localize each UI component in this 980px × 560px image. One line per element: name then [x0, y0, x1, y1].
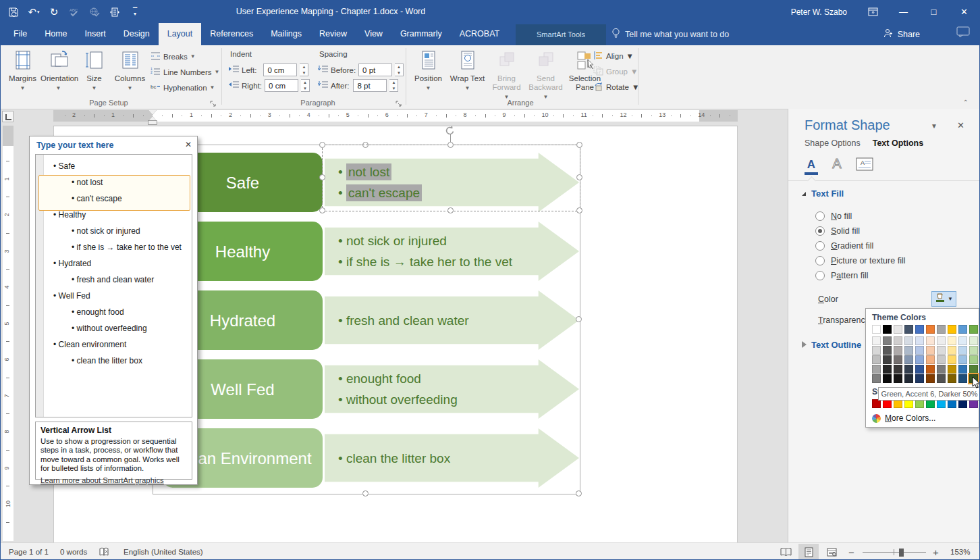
language-indicator[interactable]: English (United States)	[124, 543, 203, 560]
selection-handle[interactable]	[319, 207, 325, 213]
theme-color-variant-swatch[interactable]	[883, 374, 892, 383]
theme-color-variant-swatch[interactable]	[948, 355, 956, 364]
indent-right-input[interactable]: 0 cm	[265, 79, 298, 92]
theme-color-variant-swatch[interactable]	[915, 355, 924, 364]
radio-picture-or-texture-fill[interactable]: Picture or texture fill	[815, 256, 905, 265]
rotate-button[interactable]: Rotate▼	[593, 82, 639, 93]
radio-no-fill[interactable]: No fill	[815, 211, 852, 221]
selection-handle[interactable]	[319, 174, 325, 180]
theme-color-variant-swatch[interactable]	[883, 346, 892, 355]
tab-layout[interactable]: Layout	[159, 23, 202, 45]
text-pane-item[interactable]: • Safe	[53, 161, 75, 171]
zoom-level[interactable]: 153%	[950, 543, 970, 560]
columns-button[interactable]: Columns▼	[112, 47, 148, 107]
text-pane-item[interactable]: • not sick or injured	[72, 226, 140, 236]
v-ruler[interactable]: 12345678910	[3, 126, 13, 541]
tab-acrobat[interactable]: ACROBAT	[451, 23, 509, 45]
radio-pattern-fill[interactable]: Pattern fill	[815, 271, 869, 280]
theme-color-variant-swatch[interactable]	[872, 374, 881, 383]
selection-handle[interactable]	[576, 490, 582, 497]
word-count[interactable]: 0 words	[60, 543, 87, 560]
tab-review[interactable]: Review	[310, 23, 356, 45]
wrap-text-button[interactable]: Wrap Text▼	[448, 47, 487, 107]
theme-color-variant-swatch[interactable]	[894, 336, 902, 345]
collapse-ribbon-icon[interactable]: ⌃	[963, 99, 969, 106]
text-pane-item[interactable]: • can't escape	[72, 194, 122, 203]
theme-color-variant-swatch[interactable]	[883, 355, 892, 364]
more-colors-button[interactable]: More Colors...	[872, 413, 935, 423]
left-indent-marker[interactable]	[148, 121, 157, 124]
hanging-indent-marker[interactable]	[148, 116, 157, 121]
share-button[interactable]: Share	[883, 23, 920, 45]
theme-color-variant-swatch[interactable]	[894, 374, 902, 383]
theme-color-variant-swatch[interactable]	[904, 355, 913, 364]
theme-color-variant-swatch[interactable]	[915, 336, 924, 345]
theme-color-swatch[interactable]	[926, 325, 935, 334]
theme-color-variant-swatch[interactable]	[937, 336, 946, 345]
selection-handle[interactable]	[576, 142, 582, 148]
theme-color-variant-swatch[interactable]	[904, 346, 913, 355]
theme-color-variant-swatch[interactable]	[926, 346, 935, 355]
rotation-handle-icon[interactable]	[445, 125, 456, 138]
layout-properties-icon[interactable]: A	[856, 156, 873, 175]
theme-color-variant-swatch[interactable]	[948, 346, 956, 355]
learn-more-link[interactable]: Learn more about SmartArt graphics	[40, 476, 164, 484]
text-pane-item[interactable]: • clean the litter box	[72, 356, 142, 365]
theme-color-variant-swatch[interactable]	[958, 365, 967, 374]
spacing-before-spinner[interactable]: ▲▼	[395, 63, 404, 76]
text-pane-item[interactable]: • not lost	[72, 178, 103, 187]
selection-handle[interactable]	[576, 174, 582, 180]
size-button[interactable]: Size▼	[76, 47, 112, 107]
radio-gradient-fill[interactable]: Gradient fill	[815, 241, 873, 251]
indent-left-input[interactable]: 0 cm	[263, 63, 297, 76]
tab-insert[interactable]: Insert	[76, 23, 115, 45]
theme-color-variant-swatch[interactable]	[915, 374, 924, 383]
theme-color-swatch[interactable]	[915, 325, 924, 334]
tab-design[interactable]: Design	[115, 23, 159, 45]
theme-color-variant-swatch[interactable]	[926, 355, 935, 364]
pane-tab-shape-options[interactable]: Shape Options	[805, 138, 861, 148]
maximize-button[interactable]: □	[919, 1, 949, 23]
theme-color-variant-swatch[interactable]	[969, 346, 978, 355]
theme-color-variant-swatch[interactable]	[872, 365, 881, 374]
text-pane-item[interactable]: • Hydrated	[53, 259, 91, 268]
h-ruler[interactable]: 211234567891011121314	[53, 110, 738, 122]
line-numbers-button[interactable]: 12 Line Numbers▼	[151, 66, 220, 78]
theme-color-variant-swatch[interactable]	[937, 355, 946, 364]
text-pane-item[interactable]: • Clean environment	[53, 340, 126, 349]
text-pane-item[interactable]: • Healthy	[53, 210, 86, 220]
theme-color-variant-swatch[interactable]	[937, 374, 946, 383]
theme-color-variant-swatch[interactable]	[926, 336, 935, 345]
first-line-indent-marker[interactable]	[148, 110, 157, 115]
zoom-slider-track[interactable]	[863, 552, 926, 553]
radio-solid-fill[interactable]: Solid fill	[815, 226, 860, 236]
theme-color-variant-swatch[interactable]	[958, 336, 967, 345]
indent-right-spinner[interactable]: ▲▼	[301, 79, 310, 92]
text-pane-close-icon[interactable]: ✕	[185, 140, 192, 149]
theme-color-variant-swatch[interactable]	[926, 374, 935, 383]
zoom-in-button[interactable]: +	[933, 543, 939, 560]
selection-handle[interactable]	[576, 207, 582, 213]
tab-view[interactable]: View	[356, 23, 391, 45]
spacing-before-input[interactable]: 0 pt	[358, 63, 392, 76]
position-button[interactable]: Position▼	[409, 47, 447, 107]
theme-color-variant-swatch[interactable]	[958, 374, 967, 383]
text-fill-outline-icon[interactable]: A	[805, 159, 818, 175]
tab-mailings[interactable]: Mailings	[262, 23, 310, 45]
theme-color-variant-swatch[interactable]	[904, 374, 913, 383]
theme-color-variant-swatch[interactable]	[915, 365, 924, 374]
theme-color-variant-swatch[interactable]	[948, 374, 956, 383]
tab-references[interactable]: References	[201, 23, 262, 45]
theme-color-swatch[interactable]	[883, 325, 892, 334]
theme-color-variant-swatch[interactable]	[872, 346, 881, 355]
zoom-slider-handle[interactable]	[899, 549, 904, 557]
close-button[interactable]: ✕	[949, 1, 979, 23]
zoom-out-button[interactable]: −	[848, 543, 854, 560]
page-indicator[interactable]: Page 1 of 1	[9, 543, 49, 560]
pane-close-icon[interactable]: ✕	[957, 120, 964, 130]
selected-shape-frame[interactable]	[322, 145, 580, 211]
text-effects-icon[interactable]: A	[829, 155, 845, 175]
tab-grammarly[interactable]: Grammarly	[391, 23, 451, 45]
margins-button[interactable]: Margins▼	[5, 47, 40, 107]
user-name[interactable]: Peter W. Szabo	[791, 7, 847, 17]
